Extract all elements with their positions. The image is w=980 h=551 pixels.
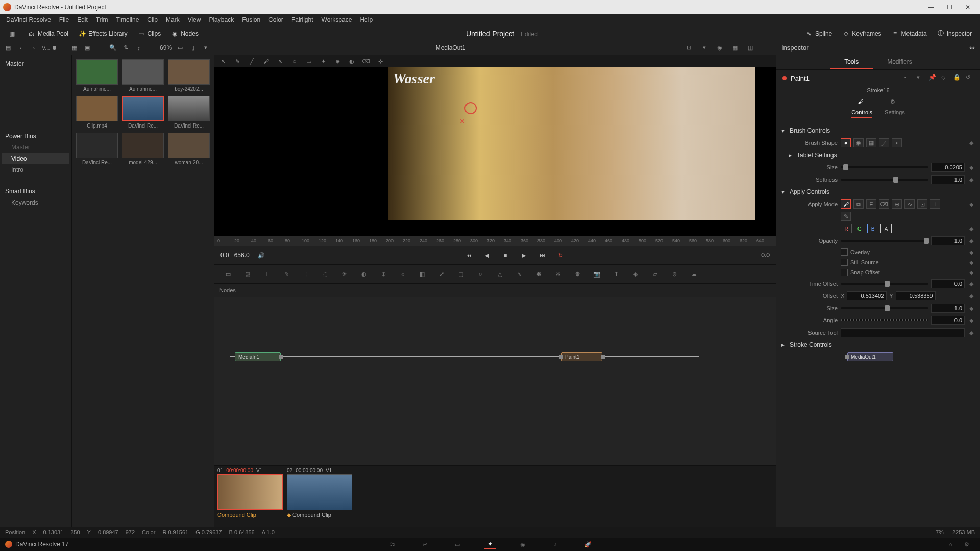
node-paint[interactable]: Paint1 [561,352,602,361]
ellipse-mask-icon[interactable]: ○ [475,268,486,280]
inspector-button[interactable]: ⓘInspector [932,28,977,39]
apply-mode-extra-button[interactable]: ✎ [841,212,851,221]
layout-b-button[interactable]: ▯ [188,42,198,54]
clip-item[interactable]: Aufnahme... [76,59,118,92]
keyframe-button[interactable]: ◆ [968,164,975,171]
page-fairlight-button[interactable]: ♪ [549,539,561,549]
page-color-button[interactable]: ◉ [517,539,529,549]
go-first-button[interactable]: ⏮ [462,248,475,262]
stop-button[interactable]: ■ [499,248,512,262]
smart-bins-header[interactable]: Smart Bins [2,186,69,197]
node-mediaout[interactable]: MediaOut1 [847,352,893,361]
tab-tools[interactable]: Tools [830,55,873,69]
rectangle-mask-icon[interactable]: ▢ [455,268,467,280]
still-source-checkbox[interactable] [841,259,848,266]
close-button[interactable]: ✕ [959,1,977,13]
transform-tool-icon[interactable]: ⟐ [397,268,408,280]
viewer-canvas[interactable]: Wasser ✕ [214,67,776,236]
options-button[interactable]: ⋯ [147,42,157,54]
keyframe-button[interactable]: ◆ [968,317,975,324]
apply-mode-color-button[interactable]: 🖌 [841,199,851,209]
nodes-button[interactable]: ◉Nodes [166,28,204,39]
input-size-value[interactable]: 1.0 [931,304,965,313]
node-lock-button[interactable]: 🔒 [953,74,962,82]
inspector-expand-button[interactable]: ⇔ [969,44,975,52]
matte-tool-icon[interactable]: ◧ [416,268,428,280]
channel-b-button[interactable]: B [867,224,878,233]
angle-dial[interactable] [841,319,928,321]
snap-offset-checkbox[interactable] [841,269,848,276]
node-color-button[interactable]: ▪ [904,74,913,82]
brush-tool-icon[interactable]: 🖌 [261,57,271,66]
channel-g-button[interactable]: G [854,224,865,233]
apply-mode-emboss-button[interactable]: E [866,199,876,209]
maximize-button[interactable]: ☐ [940,1,959,13]
source-tool-field[interactable] [841,328,965,337]
clip-strip-item[interactable]: 0100:00:00:00V1 Compound Clip [217,468,283,524]
thumbnail-zoom[interactable]: 69% [160,44,172,52]
home-button[interactable]: ⌂ [944,539,957,549]
menu-app[interactable]: DaVinci Resolve [2,15,55,24]
rect-tool-icon[interactable]: ▭ [304,57,313,66]
filter-button[interactable]: ⇅ [121,42,131,54]
renderer3d-tool-icon[interactable]: ☁ [688,268,699,280]
pemitter-tool-icon[interactable]: ❋ [572,268,583,280]
brush-shape-soft-button[interactable]: ◉ [853,138,864,147]
keyframe-button[interactable]: ◆ [968,177,975,183]
keyframe-button[interactable]: ◆ [968,201,975,208]
page-cut-button[interactable]: ✂ [419,539,431,549]
node-graph[interactable]: MediaIn1 Paint1 MediaOut1 [214,297,776,465]
tracker-tool-icon[interactable]: ⊹ [300,268,311,280]
subtab-settings[interactable]: ⚙Settings [885,98,905,118]
spline-button[interactable]: ∿Spline [800,28,837,39]
keyframe-button[interactable]: ◆ [968,269,975,276]
keyframe-button[interactable]: ◆ [968,140,975,146]
clip-item[interactable]: Aufnahme... [122,59,164,92]
view-metadata-button[interactable]: ▦ [69,42,79,54]
text3d-tool-icon[interactable]: 𝐓 [610,268,622,280]
section-apply-controls[interactable]: ▾Apply Controls [781,186,975,198]
size-value[interactable]: 0.0205 [931,163,965,172]
freehand-tool-icon[interactable]: ✎ [233,57,242,66]
offset-y-value[interactable]: 0.538359 [896,291,936,300]
master-bin[interactable]: Master [2,58,69,69]
channel-a-button[interactable]: A [880,224,892,233]
apply-mode-merge-button[interactable]: ⊕ [892,199,902,209]
menu-fusion[interactable]: Fusion [238,15,264,24]
power-bin-intro[interactable]: Intro [2,164,69,176]
node-mediain[interactable]: MediaIn1 [235,352,281,361]
page-edit-button[interactable]: ▭ [451,539,463,549]
offset-x-value[interactable]: 0.513402 [847,291,887,300]
input-size-slider[interactable] [841,307,928,309]
viewer-fit-button[interactable]: ⊡ [683,42,695,54]
clip-item[interactable]: DaVinci Re... [76,133,118,165]
bin-mode-button[interactable]: ▤ [3,42,13,54]
bspline-mask-icon[interactable]: ∿ [513,268,525,280]
volume-button[interactable]: 🔊 [255,248,268,262]
polygon-mask-icon[interactable]: △ [494,268,505,280]
camera3d-tool-icon[interactable]: 📷 [591,268,602,280]
nav-back-button[interactable]: ‹ [16,42,26,54]
apply-mode-wire-button[interactable]: ⊥ [930,199,940,209]
softness-slider[interactable] [841,179,928,181]
viewer-options-button[interactable]: ⋯ [760,42,772,54]
menu-timeline[interactable]: Timeline [112,15,143,24]
keyframe-button[interactable]: ◆ [968,305,975,312]
view-list-button[interactable]: ≡ [95,42,105,54]
viewer-grid-button[interactable]: ▦ [729,42,741,54]
section-tablet-settings[interactable]: ▸Tablet Settings [781,149,975,161]
menu-fairlight[interactable]: Fairlight [287,15,317,24]
apply-mode-clone-button[interactable]: ⧉ [853,199,864,209]
imageplane-tool-icon[interactable]: ▱ [649,268,660,280]
clip-item[interactable]: woman-20... [168,133,210,165]
menu-help[interactable]: Help [356,15,377,24]
viewer-dropdown-button[interactable]: ▾ [698,42,710,54]
clips-button[interactable]: ▭Clips [133,28,166,39]
section-brush-controls[interactable]: ▾Brush Controls [781,124,975,137]
clip-strip-item[interactable]: 0200:00:00:00V1 ◆ Compound Clip [287,468,352,524]
nodes-options-button[interactable]: ⋯ [765,287,771,294]
menu-color[interactable]: Color [264,15,287,24]
keyframe-button[interactable]: ◆ [968,226,975,232]
merge-tool-icon[interactable]: ⊕ [378,268,389,280]
brush-shape-custom-button[interactable]: ▪ [892,138,902,147]
